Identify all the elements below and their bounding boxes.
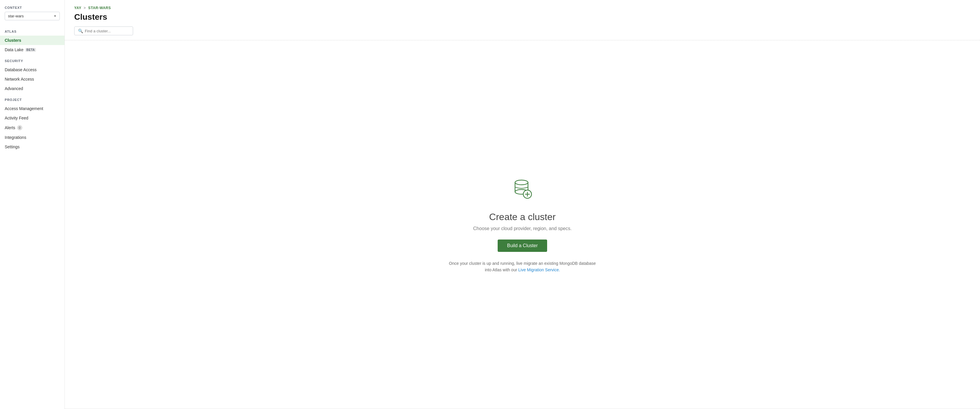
- sidebar-item-database-access[interactable]: Database Access: [0, 65, 65, 75]
- integrations-label: Integrations: [5, 135, 26, 140]
- build-cluster-button[interactable]: Build a Cluster: [498, 239, 547, 252]
- sidebar-item-network-access[interactable]: Network Access: [0, 75, 65, 84]
- settings-label: Settings: [5, 144, 20, 149]
- svg-point-0: [515, 180, 528, 185]
- empty-state: Create a cluster Choose your cloud provi…: [65, 40, 980, 409]
- context-dropdown[interactable]: star-wars ▼: [5, 12, 60, 20]
- sidebar-item-settings[interactable]: Settings: [0, 142, 65, 152]
- access-management-label: Access Management: [5, 106, 43, 111]
- clusters-label: Clusters: [5, 38, 21, 43]
- advanced-label: Advanced: [5, 86, 23, 91]
- sidebar-item-integrations[interactable]: Integrations: [0, 133, 65, 142]
- project-section-label: PROJECT: [0, 93, 65, 104]
- breadcrumb: YAY > STAR-WARS: [74, 6, 970, 10]
- beta-badge: BETA: [25, 48, 36, 52]
- chevron-down-icon: ▼: [54, 14, 57, 17]
- alerts-badge: 0: [17, 125, 22, 130]
- sidebar-item-advanced[interactable]: Advanced: [0, 84, 65, 93]
- empty-state-title: Create a cluster: [489, 212, 556, 222]
- sidebar-item-access-management[interactable]: Access Management: [0, 104, 65, 113]
- security-section-label: SECURITY: [0, 54, 65, 65]
- activity-feed-label: Activity Feed: [5, 116, 28, 120]
- breadcrumb-separator: >: [84, 6, 86, 10]
- empty-state-subtitle: Choose your cloud provider, region, and …: [473, 226, 571, 231]
- main-content: YAY > STAR-WARS Clusters 🔍: [65, 0, 980, 409]
- data-lake-label: Data Lake: [5, 48, 24, 52]
- sidebar: CONTEXT star-wars ▼ ATLAS Clusters Data …: [0, 0, 65, 409]
- search-input[interactable]: [85, 29, 129, 33]
- sidebar-item-activity-feed[interactable]: Activity Feed: [0, 113, 65, 123]
- context-section: CONTEXT star-wars ▼: [0, 6, 65, 25]
- breadcrumb-current: STAR-WARS: [88, 6, 111, 10]
- context-label: CONTEXT: [5, 6, 60, 10]
- sidebar-item-alerts[interactable]: Alerts 0: [0, 123, 65, 133]
- breadcrumb-root: YAY: [74, 6, 81, 10]
- database-access-label: Database Access: [5, 67, 37, 72]
- page-title: Clusters: [74, 13, 970, 22]
- page-header: YAY > STAR-WARS Clusters 🔍: [65, 0, 980, 40]
- context-value: star-wars: [8, 14, 24, 18]
- atlas-section-label: ATLAS: [0, 25, 65, 36]
- search-icon: 🔍: [78, 29, 83, 33]
- sidebar-item-data-lake[interactable]: Data Lake BETA: [0, 45, 65, 54]
- sidebar-item-clusters[interactable]: Clusters: [0, 36, 65, 45]
- search-bar[interactable]: 🔍: [74, 27, 133, 35]
- alerts-label: Alerts: [5, 125, 15, 130]
- migration-text: Once your cluster is up and running, liv…: [446, 260, 599, 273]
- create-cluster-icon: [509, 176, 536, 203]
- network-access-label: Network Access: [5, 77, 34, 81]
- live-migration-link[interactable]: Live Migration Service.: [518, 268, 560, 272]
